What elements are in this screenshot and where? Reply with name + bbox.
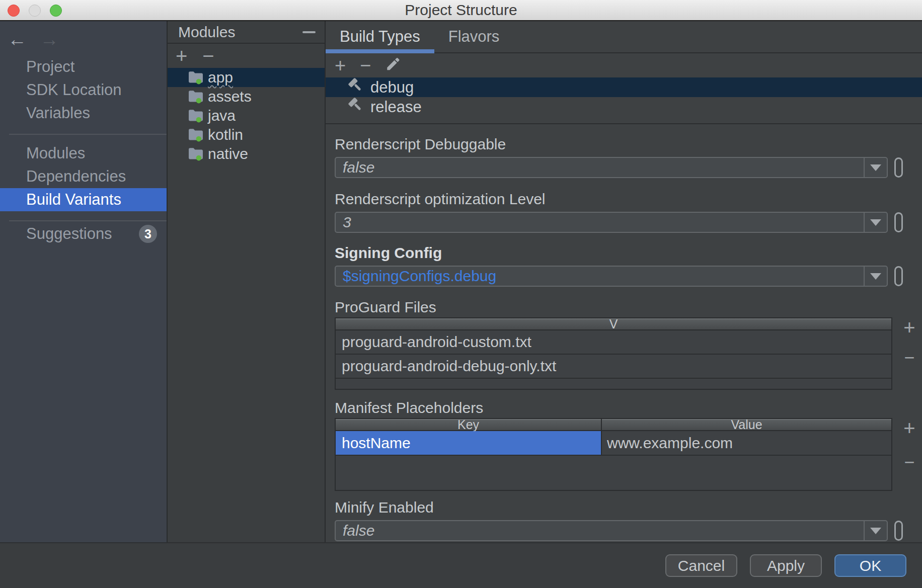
modules-panel: Modules + − app assets: [167, 21, 326, 542]
minimize-window-button[interactable]: [29, 5, 41, 17]
dialog-footer: Cancel Apply OK: [0, 542, 922, 588]
dropdown-arrow-button[interactable]: [864, 521, 887, 540]
module-folder-icon: [188, 128, 204, 142]
module-tree-item-kotlin[interactable]: kotlin: [168, 125, 325, 144]
tab-build-types[interactable]: Build Types: [326, 21, 434, 52]
build-type-row-release[interactable]: release: [326, 97, 922, 117]
add-module-button[interactable]: +: [176, 46, 187, 66]
sidebar-divider: [9, 220, 167, 221]
renderscript-optimization-select[interactable]: 3: [335, 212, 888, 233]
title-bar: Project Structure: [0, 0, 922, 21]
sidebar-item-variables[interactable]: Variables: [0, 102, 167, 125]
signing-config-label: Signing Config: [335, 245, 922, 261]
tab-flavors[interactable]: Flavors: [434, 21, 514, 52]
remove-proguard-file-button[interactable]: −: [904, 349, 914, 367]
dropdown-arrow-button[interactable]: [864, 213, 887, 232]
module-folder-icon: [188, 147, 204, 161]
zoom-window-button[interactable]: [50, 5, 62, 17]
dropdown-arrow-button[interactable]: [864, 267, 887, 286]
proguard-files-table: V proguard-android-custom.txt proguard-a…: [335, 317, 892, 390]
variable-binding-icon[interactable]: [894, 266, 903, 286]
apply-button[interactable]: Apply: [750, 554, 822, 577]
manifest-value-cell[interactable]: www.example.com: [602, 431, 891, 455]
build-type-hammer-icon: [348, 97, 364, 117]
dropdown-arrow-button[interactable]: [864, 158, 887, 177]
project-structure-dialog: Project Structure ← → Project SDK Locati…: [0, 0, 922, 588]
close-window-button[interactable]: [8, 5, 20, 17]
remove-module-button[interactable]: −: [202, 46, 214, 66]
proguard-file-row[interactable]: proguard-android-debug-only.txt: [336, 355, 891, 379]
module-folder-icon: [188, 90, 204, 104]
variable-binding-icon[interactable]: [894, 212, 903, 232]
sidebar-divider: [9, 134, 167, 135]
proguard-table-buttons: + −: [899, 317, 919, 367]
build-types-toolbar: + −: [326, 53, 922, 77]
signing-config-select[interactable]: $signingConfigs.debug: [335, 266, 888, 287]
module-tree-item-java[interactable]: java: [168, 106, 325, 125]
proguard-empty-row: [336, 379, 891, 389]
renderscript-debuggable-label: Renderscript Debuggable: [335, 137, 922, 152]
chevron-down-icon: [870, 219, 881, 226]
edit-pencil-icon[interactable]: [385, 55, 401, 76]
sidebar-item-dependencies[interactable]: Dependencies: [0, 165, 167, 188]
module-folder-icon: [188, 109, 204, 123]
add-placeholder-button[interactable]: +: [903, 418, 915, 438]
renderscript-optimization-label: Renderscript optimization Level: [335, 192, 922, 207]
add-build-type-button[interactable]: +: [335, 56, 346, 75]
ok-button[interactable]: OK: [834, 554, 906, 577]
add-proguard-file-button[interactable]: +: [903, 317, 915, 338]
module-tree-item-app[interactable]: app: [168, 68, 325, 87]
sidebar-item-sdk-location[interactable]: SDK Location: [0, 78, 167, 102]
sidebar-item-project[interactable]: Project: [0, 55, 167, 78]
tab-bar: Build Types Flavors: [326, 21, 922, 53]
sidebar-item-build-variants[interactable]: Build Variants: [0, 188, 167, 211]
variable-binding-icon[interactable]: [894, 521, 903, 541]
window-title: Project Structure: [405, 2, 517, 19]
manifest-value-column-header[interactable]: Value: [602, 419, 891, 431]
minify-enabled-label: Minify Enabled: [335, 500, 922, 515]
suggestions-count-badge: 3: [139, 225, 157, 243]
minify-enabled-select[interactable]: false: [335, 520, 888, 541]
proguard-files-label: ProGuard Files: [335, 300, 922, 315]
manifest-key-cell[interactable]: hostName: [336, 431, 602, 455]
hide-panel-icon[interactable]: [302, 31, 316, 33]
cancel-button[interactable]: Cancel: [665, 554, 737, 577]
modules-tree: app assets java kotlin: [168, 68, 325, 163]
manifest-key-column-header[interactable]: Key: [336, 419, 602, 431]
chevron-down-icon: [870, 273, 881, 280]
manifest-placeholders-label: Manifest Placeholders: [335, 400, 922, 415]
module-tree-item-assets[interactable]: assets: [168, 87, 325, 106]
proguard-file-row[interactable]: proguard-android-custom.txt: [336, 330, 891, 355]
remove-placeholder-button[interactable]: −: [904, 453, 914, 471]
remove-build-type-button[interactable]: −: [360, 56, 371, 75]
chevron-down-icon: [870, 528, 881, 534]
build-types-panel: Build Types Flavors + − debug release: [326, 21, 922, 542]
modules-panel-title: Modules: [178, 24, 235, 41]
sidebar-item-modules[interactable]: Modules: [0, 142, 167, 165]
build-type-form: Renderscript Debuggable false Renderscri…: [326, 124, 922, 541]
variable-binding-icon[interactable]: [894, 157, 903, 178]
renderscript-debuggable-select[interactable]: false: [335, 157, 888, 178]
module-folder-icon: [188, 70, 204, 85]
back-arrow-icon[interactable]: ←: [8, 30, 27, 49]
manifest-placeholders-table: Key Value hostName www.example.com: [335, 418, 892, 491]
build-type-hammer-icon: [348, 77, 364, 98]
traffic-lights: [8, 5, 62, 17]
manifest-table-buttons: + −: [899, 418, 919, 471]
forward-arrow-icon[interactable]: →: [40, 30, 59, 49]
manifest-empty-area: [336, 456, 891, 490]
sidebar-item-suggestions[interactable]: Suggestions 3: [0, 222, 167, 245]
module-tree-item-native[interactable]: native: [168, 144, 325, 163]
chevron-down-icon: [870, 164, 881, 171]
sidebar: ← → Project SDK Location Variables Modul…: [0, 21, 167, 542]
proguard-table-header[interactable]: V: [336, 318, 891, 330]
manifest-placeholder-row: hostName www.example.com: [336, 431, 891, 456]
build-type-row-debug[interactable]: debug: [326, 77, 922, 97]
